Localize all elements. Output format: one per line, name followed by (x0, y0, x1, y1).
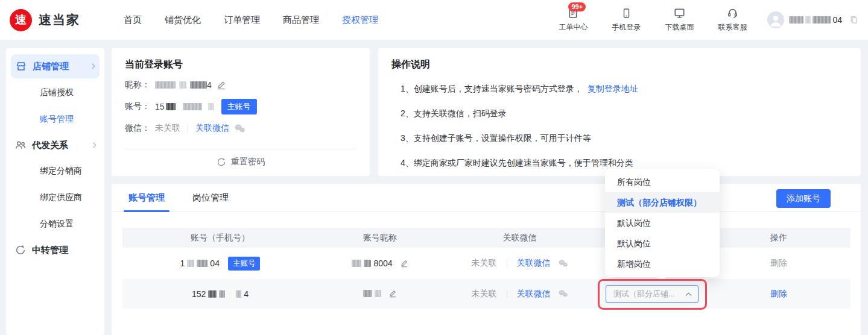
tab-account-management[interactable]: 账号管理 (128, 184, 165, 211)
dropdown-option-all-positions[interactable]: 所有岗位 (605, 172, 720, 192)
sidebar-item-shop-authorization[interactable]: 店铺授权 (6, 80, 104, 106)
sidebar-item-label: 中转管理 (32, 245, 68, 256)
desktop-icon (674, 7, 685, 19)
nickname-row: 昵称： 4 (125, 80, 356, 90)
tool-label: 联系客服 (718, 22, 747, 33)
wechat-icon (234, 124, 246, 134)
sidebar-item-shop-management[interactable]: 店铺管理 (11, 54, 100, 78)
mask-block (352, 260, 361, 267)
tool-download-desktop[interactable]: 下载桌面 (665, 7, 694, 33)
wechat-status: 未关联 (472, 258, 497, 269)
wechat-cell: 未关联 关联微信 (472, 289, 568, 299)
accounts-table: 账号（手机号） 账号昵称 关联微信 操作 1 (122, 228, 851, 308)
current-account-card: 当前登录账号 昵称： 4 账号： 15 主账 (112, 48, 370, 176)
sidebar-item-distribution-settings[interactable]: 分销设置 (6, 211, 104, 237)
instruction-item: 4、绑定商家或厂家时建议先创建速当家账号，便于管理和分类 (401, 158, 847, 169)
nav-item-home[interactable]: 首页 (124, 14, 142, 26)
page-body: 店铺管理 店铺授权 账号管理 代发关系 绑定分销商 绑定供应商 分销设置 中转管… (0, 40, 868, 335)
position-dropdown-menu: 所有岗位 测试（部分店铺权限） 默认岗位 默认岗位 新增岗位 (605, 169, 720, 277)
chevron-right-icon (92, 142, 97, 149)
sidebar-item-bind-distributor[interactable]: 绑定分销商 (6, 158, 104, 184)
wechat-label: 微信： (125, 123, 150, 134)
brand[interactable]: 速 速当家 (10, 9, 80, 31)
edit-nickname-icon[interactable] (400, 259, 408, 268)
user-menu[interactable]: 04 (767, 11, 858, 28)
delete-button[interactable]: 删除 (770, 258, 787, 268)
account-phone-masked: 1 04 主账号 (180, 257, 261, 271)
add-account-button[interactable]: 添加账号 (776, 189, 831, 208)
dropdown-option-default-2[interactable]: 默认岗位 (605, 233, 720, 254)
table-row: 152 4 (122, 279, 851, 308)
accounts-panel: 账号管理 岗位管理 添加账号 账号（手机号） 账号昵称 关联微信 操作 (112, 184, 861, 335)
account-prefix: 1 (180, 258, 185, 268)
nav-item-authorization[interactable]: 授权管理 (342, 14, 378, 26)
sidebar: 店铺管理 店铺授权 账号管理 代发关系 绑定分销商 绑定供应商 分销设置 中转管… (6, 48, 104, 335)
wechat-cell: 未关联 关联微信 (472, 258, 568, 269)
nav-item-products[interactable]: 商品管理 (283, 14, 319, 26)
chevron-right-icon (91, 63, 96, 70)
nickname-label: 昵称： (125, 80, 150, 90)
mask-block (183, 103, 202, 110)
main-account-badge: 主账号 (228, 257, 261, 271)
notification-badge: 99+ (568, 2, 586, 11)
mask-block (155, 81, 176, 89)
edit-nickname-icon[interactable] (217, 80, 226, 90)
account-phone-masked: 152 4 (192, 289, 249, 299)
top-tools: 99+ 工单中心 手机登录 下载桌面 联系客服 (559, 7, 747, 33)
sidebar-item-bind-supplier[interactable]: 绑定供应商 (6, 184, 104, 211)
position-select-value: 测试（部分店铺... (613, 289, 675, 299)
tool-label: 下载桌面 (665, 22, 694, 33)
reset-icon (217, 157, 226, 167)
link-wechat-button[interactable]: 关联微信 (517, 289, 551, 299)
wechat-status: 未关联 (155, 123, 180, 134)
wechat-icon (558, 259, 568, 268)
position-select[interactable]: 测试（部分店铺... (606, 285, 699, 303)
mask-block (208, 103, 214, 110)
sidebar-item-account-management[interactable]: 账号管理 (6, 106, 104, 133)
delete-button[interactable]: 删除 (770, 289, 787, 298)
sidebar-item-label: 店铺管理 (33, 61, 69, 72)
main-nav: 首页 铺货优化 订单管理 商品管理 授权管理 (124, 14, 378, 26)
tool-contact-support[interactable]: 联系客服 (718, 7, 747, 33)
header-wechat: 关联微信 (442, 228, 597, 248)
copy-login-url-link[interactable]: 复制登录地址 (588, 84, 638, 95)
mask-block (789, 16, 803, 23)
reset-password-button[interactable]: 重置密码 (125, 149, 356, 168)
nav-item-orders[interactable]: 订单管理 (224, 14, 260, 26)
tab-position-management[interactable]: 岗位管理 (192, 184, 229, 211)
mask-block (364, 260, 371, 267)
avatar (767, 11, 784, 28)
nickname-suffix: 8004 (373, 258, 392, 268)
link-wechat-button[interactable]: 关联微信 (517, 258, 551, 269)
dropdown-option-test-partial[interactable]: 测试（部分店铺权限） (605, 192, 720, 213)
table-row: 1 04 主账号 (122, 248, 851, 279)
mask-block (813, 16, 831, 23)
sidebar-item-transit-management[interactable]: 中转管理 (6, 237, 104, 263)
tool-ticket-center[interactable]: 99+ 工单中心 (559, 7, 588, 33)
tool-phone-login[interactable]: 手机登录 (612, 7, 641, 33)
dropdown-option-default-1[interactable]: 默认岗位 (605, 213, 720, 233)
link-wechat-button[interactable]: 关联微信 (195, 123, 229, 134)
instruction-text: 4、绑定商家或厂家时建议先创建速当家账号，便于管理和分类 (401, 158, 633, 169)
instruction-text: 1、创建账号后，支持速当家账号密码方式登录， (401, 84, 583, 95)
divider (507, 290, 507, 298)
reset-password-label: 重置密码 (231, 157, 265, 168)
wechat-icon (558, 289, 568, 298)
instruction-item: 1、创建账号后，支持速当家账号密码方式登录， 复制登录地址 (401, 84, 847, 95)
sync-icon (15, 245, 26, 255)
mask-block (208, 290, 217, 298)
nav-item-listing-optimize[interactable]: 铺货优化 (165, 14, 201, 26)
account-label: 账号： (125, 101, 150, 112)
instruction-item: 2、支持关联微信，扫码登录 (401, 108, 847, 119)
brand-logo-icon: 速 (10, 9, 32, 31)
account-suffix: 04 (210, 258, 220, 268)
dropdown-option-add-position[interactable]: 新增岗位 (605, 254, 720, 274)
mask-block (190, 81, 207, 89)
username-masked: 04 (789, 15, 842, 25)
username-suffix: 04 (832, 15, 842, 25)
edit-nickname-icon[interactable] (388, 289, 397, 298)
copy-icon[interactable] (849, 15, 858, 25)
sidebar-item-dropship-relations[interactable]: 代发关系 (6, 133, 104, 158)
account-prefix: 15 (155, 102, 165, 111)
header-account-phone: 账号（手机号） (122, 228, 318, 248)
